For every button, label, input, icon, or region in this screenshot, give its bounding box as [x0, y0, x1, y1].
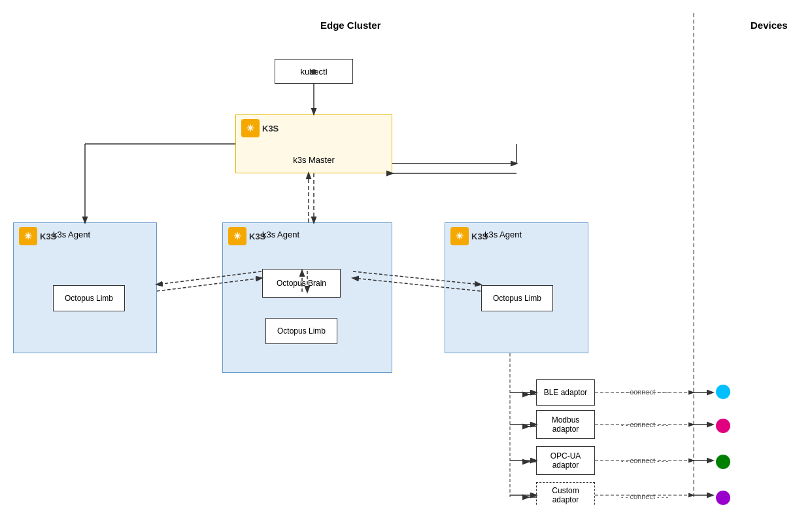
custom-adaptor-box: Customadaptor	[536, 482, 595, 505]
agent-center-icon: ✳	[228, 227, 246, 245]
agent-left-badge: ✳ K3S	[19, 227, 56, 245]
octopus-brain-label: Octopus Brain	[277, 279, 326, 288]
modbus-adaptor-label: Modbusadaptor	[552, 415, 580, 434]
agent-left-box: ✳ K3S k3s Agent Octopus Limb	[13, 222, 157, 353]
k3s-master-box: ✳ K3S k3s Master	[235, 114, 392, 173]
custom-adaptor-label: Customadaptor	[552, 486, 579, 504]
divider-line	[693, 13, 694, 497]
agent-center-box: ✳ K3S k3s Agent Octopus Brain Octopus Li…	[222, 222, 392, 373]
agent-left-icon: ✳	[19, 227, 37, 245]
ble-adaptor-label: BLE adaptor	[544, 388, 588, 397]
k3s-master-label: k3s Master	[293, 155, 335, 165]
diagram-container: Edge Cluster Devices kubectl ✳ K3S k3s M…	[0, 0, 812, 505]
octopus-brain-box: Octopus Brain	[262, 269, 341, 298]
octopus-limb-right-label: Octopus Limb	[493, 294, 541, 303]
ble-device-dot	[716, 385, 730, 399]
agent-left-label: k3s Agent	[53, 230, 90, 239]
modbus-adaptor-box: Modbusadaptor	[536, 410, 595, 439]
modbus-connect-label: - - connect - - -	[621, 421, 668, 428]
modbus-device-dot	[716, 419, 730, 433]
opc-connect-label: - - connect - - -	[621, 457, 668, 464]
custom-device-dot	[716, 491, 730, 505]
agent-center-badge: ✳ K3S	[228, 227, 265, 245]
octopus-limb-left-label: Octopus Limb	[65, 294, 113, 303]
devices-label: Devices	[751, 20, 788, 31]
kubectl-label: kubectl	[300, 67, 327, 77]
custom-connect-label: - - connect - - -	[621, 493, 668, 500]
k3s-master-badge-text: K3S	[262, 124, 279, 133]
agent-right-label: k3s Agent	[484, 230, 522, 239]
octopus-limb-center-label: Octopus Limb	[277, 326, 326, 336]
opc-ua-adaptor-box: OPC-UAadaptor	[536, 446, 595, 475]
agent-right-box: ✳ K3S k3s Agent Octopus Limb	[445, 222, 588, 353]
octopus-limb-center-box: Octopus Limb	[265, 318, 337, 344]
octopus-limb-right-box: Octopus Limb	[481, 285, 553, 311]
agent-center-label: k3s Agent	[262, 230, 299, 239]
agent-right-icon: ✳	[450, 227, 469, 245]
ble-adaptor-box: BLE adaptor	[536, 379, 595, 406]
edge-cluster-label: Edge Cluster	[320, 20, 381, 31]
ble-connect-label: - - connect - - -	[621, 388, 668, 396]
k3s-master-badge: ✳ K3S	[241, 119, 279, 137]
kubectl-box: kubectl	[275, 59, 353, 84]
opc-ua-adaptor-label: OPC-UAadaptor	[550, 451, 581, 470]
opc-device-dot	[716, 455, 730, 469]
octopus-limb-left-box: Octopus Limb	[53, 285, 125, 311]
k3s-master-icon: ✳	[241, 119, 260, 137]
agent-right-badge: ✳ K3S	[450, 227, 488, 245]
